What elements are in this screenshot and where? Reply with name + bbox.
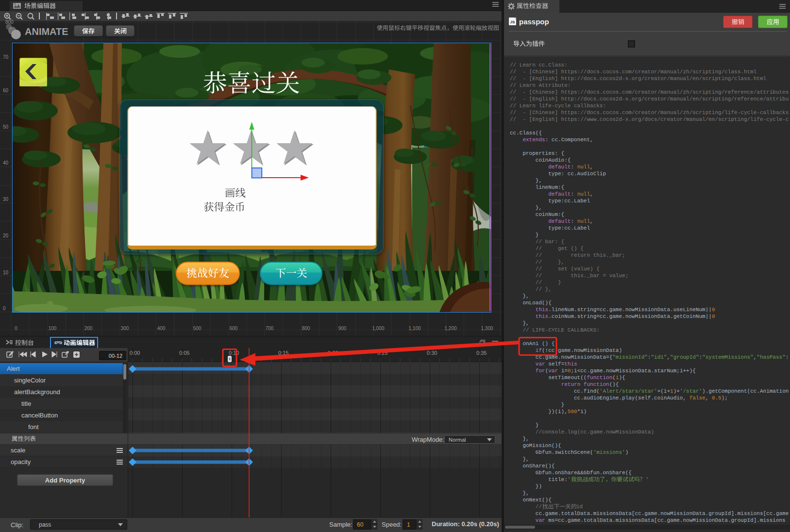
svg-text:JS: JS [510, 20, 515, 24]
